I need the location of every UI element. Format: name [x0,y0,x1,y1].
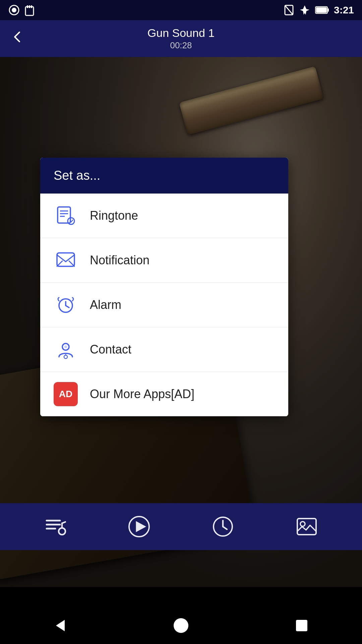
svg-rect-5 [31,5,32,8]
svg-point-24 [64,355,67,359]
bottom-toolbar [0,503,362,550]
more-apps-label: Our More Apps[AD] [90,387,194,401]
status-bar: 3:21 [0,0,362,20]
contact-label: Contact [90,342,131,357]
app-header: Gun Sound 1 00:28 [0,20,362,57]
svg-point-23 [64,345,67,348]
header-title: Gun Sound 1 [147,26,215,40]
play-button[interactable] [128,515,150,538]
history-button[interactable] [212,515,234,538]
home-nav-button[interactable] [173,617,189,634]
svg-point-29 [59,528,65,535]
bg-area: Set as... Ringtone [0,57,362,587]
dialog-header: Set as... [40,158,288,194]
notification-label: Notification [90,253,149,267]
svg-rect-4 [29,5,30,8]
nav-bar [0,607,362,644]
sdcard-icon [24,4,35,16]
svg-point-1 [12,8,16,12]
back-nav-button[interactable] [52,617,69,634]
status-time: 3:21 [334,4,354,16]
battery-icon [315,5,329,15]
header-subtitle: 00:28 [147,40,215,51]
svg-rect-41 [296,620,307,631]
header-title-block: Gun Sound 1 00:28 [147,26,215,51]
svg-point-38 [300,522,305,526]
status-right-icons: 3:21 [284,4,354,16]
alarm-item[interactable]: Alarm [40,283,288,327]
no-sim-icon [284,4,294,16]
alarm-label: Alarm [90,298,121,312]
svg-rect-10 [316,7,327,13]
svg-rect-11 [58,207,70,223]
playlist-button[interactable] [44,515,67,538]
status-left-icons [8,4,35,16]
notification-item[interactable]: Notification [40,238,288,283]
svg-marker-33 [136,522,145,531]
svg-point-15 [68,218,74,224]
dialog-title: Set as... [54,168,275,183]
svg-rect-37 [297,519,316,535]
airplane-icon [299,4,310,16]
svg-rect-3 [27,5,28,8]
wallpaper-button[interactable] [295,515,318,538]
ringtone-icon [54,204,78,228]
svg-marker-39 [56,620,65,631]
svg-line-36 [223,527,227,529]
svg-point-40 [174,618,188,633]
back-button[interactable] [10,30,25,48]
ringtone-item[interactable]: Ringtone [40,194,288,238]
ad-badge-text: AD [59,389,72,399]
svg-rect-9 [327,8,329,12]
recents-nav-button[interactable] [293,617,310,634]
set-as-dialog: Set as... Ringtone [40,158,288,416]
contact-item[interactable]: Contact [40,327,288,372]
record-icon [8,4,20,16]
notification-icon [54,248,78,272]
contact-icon [54,337,78,362]
ringtone-label: Ringtone [90,209,138,223]
svg-line-17 [57,261,62,266]
alarm-icon [54,293,78,317]
svg-line-31 [62,522,65,523]
svg-line-18 [69,261,74,266]
svg-line-21 [66,306,69,308]
svg-line-7 [285,5,293,15]
ad-badge: AD [54,382,78,406]
more-apps-item[interactable]: AD Our More Apps[AD] [40,372,288,416]
